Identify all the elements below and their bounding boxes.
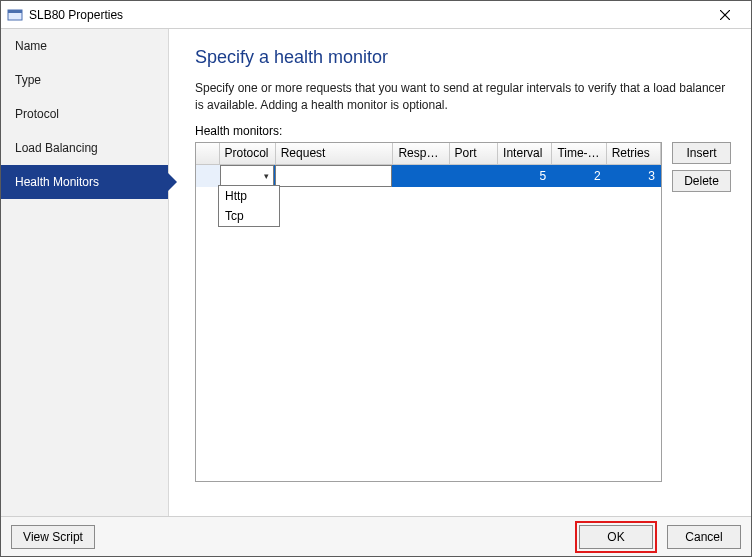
grid-header-response[interactable]: Respo…: [393, 143, 449, 164]
dialog-body: Name Type Protocol Load Balancing Health…: [1, 29, 751, 516]
sidebar-item-health-monitors[interactable]: Health Monitors: [1, 165, 168, 199]
insert-button[interactable]: Insert: [672, 142, 731, 164]
sidebar-item-type[interactable]: Type: [1, 63, 168, 97]
grid-header-row: Protocol Request Respo… Port Interval Ti…: [196, 143, 661, 165]
ok-button[interactable]: OK: [579, 525, 653, 549]
ok-highlight-box: OK: [575, 521, 657, 553]
protocol-option-tcp[interactable]: Tcp: [219, 206, 279, 226]
delete-button[interactable]: Delete: [672, 170, 731, 192]
grid-header-interval[interactable]: Interval: [498, 143, 552, 164]
table-area: Protocol Request Respo… Port Interval Ti…: [195, 142, 731, 508]
protocol-cell[interactable]: ▾: [220, 165, 275, 187]
sidebar-item-load-balancing[interactable]: Load Balancing: [1, 131, 168, 165]
timeout-cell[interactable]: 2: [552, 165, 606, 187]
page-title: Specify a health monitor: [195, 47, 731, 68]
grid-header-timeout[interactable]: Time-…: [552, 143, 606, 164]
cancel-button[interactable]: Cancel: [667, 525, 741, 549]
health-monitors-label: Health monitors:: [195, 124, 731, 138]
grid-header-port[interactable]: Port: [450, 143, 499, 164]
interval-cell[interactable]: 5: [498, 165, 552, 187]
grid-header-handle: [196, 143, 220, 164]
retries-cell[interactable]: 3: [607, 165, 661, 187]
titlebar: SLB80 Properties: [1, 1, 751, 29]
sidebar-item-protocol[interactable]: Protocol: [1, 97, 168, 131]
svg-rect-1: [8, 10, 22, 13]
protocol-option-http[interactable]: Http: [219, 186, 279, 206]
sidebar-item-name[interactable]: Name: [1, 29, 168, 63]
chevron-down-icon[interactable]: ▾: [261, 166, 272, 186]
app-icon: [7, 7, 23, 23]
dialog-footer: View Script OK Cancel: [1, 516, 751, 556]
grid-header-retries[interactable]: Retries: [607, 143, 661, 164]
health-monitors-grid[interactable]: Protocol Request Respo… Port Interval Ti…: [195, 142, 662, 482]
view-script-button[interactable]: View Script: [11, 525, 95, 549]
protocol-dropdown[interactable]: Http Tcp: [218, 185, 280, 227]
request-cell[interactable]: [275, 165, 392, 187]
close-button[interactable]: [705, 2, 745, 28]
grid-row[interactable]: ▾ 5 2 3: [196, 165, 661, 187]
window-title: SLB80 Properties: [29, 8, 705, 22]
page-description: Specify one or more requests that you wa…: [195, 80, 731, 114]
grid-row-handle[interactable]: [196, 165, 220, 187]
grid-header-request[interactable]: Request: [276, 143, 394, 164]
grid-header-protocol[interactable]: Protocol: [220, 143, 276, 164]
port-cell[interactable]: [449, 165, 498, 187]
grid-actions: Insert Delete: [672, 142, 731, 508]
dialog-window: SLB80 Properties Name Type Protocol Load…: [0, 0, 752, 557]
sidebar: Name Type Protocol Load Balancing Health…: [1, 29, 169, 516]
protocol-input[interactable]: [223, 169, 261, 183]
content-pane: Specify a health monitor Specify one or …: [169, 29, 751, 516]
response-cell[interactable]: [393, 165, 449, 187]
